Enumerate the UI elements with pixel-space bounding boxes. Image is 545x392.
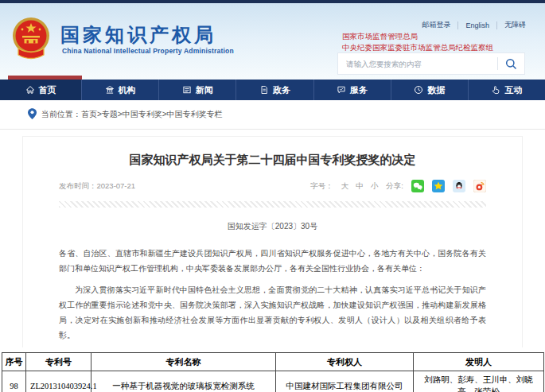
article-paragraph-recipients: 各省、自治区、直辖市和新疆生产建设兵团知识产权局，四川省知识产权服务促进中心，各… <box>59 246 486 276</box>
mail-login-link[interactable]: 邮箱登录 <box>422 20 450 30</box>
weibo-share-icon[interactable] <box>473 180 486 192</box>
article-paragraph-preamble: 为深入贯彻落实习近平新时代中国特色社会主义思想，全面贯彻党的二十大精神，认真落实… <box>59 282 486 343</box>
divider <box>457 21 458 29</box>
home-icon <box>25 85 35 95</box>
breadcrumb: 当前位置：首页>专题>中国专利奖>中国专利奖专栏 <box>0 100 545 130</box>
nav-tab-government-affairs[interactable]: 政务 <box>236 80 313 100</box>
search-icon[interactable] <box>498 58 524 70</box>
nav-tab-organization[interactable]: 机构 <box>82 80 159 100</box>
news-icon <box>182 85 192 95</box>
market-regulation-link[interactable]: 国家市场监督管理总局 <box>342 31 493 42</box>
related-agency-links: 国家市场监督管理总局 中央纪委国家监委驻市场监管总局纪检监察组 <box>342 31 493 53</box>
fontsize-label: 字号： <box>310 181 333 192</box>
cell-patent-number: ZL201310403924.1 <box>26 371 91 392</box>
col-header-patent-number: 专利号 <box>26 353 91 371</box>
site-subtitle-english: China National Intellectual Property Adm… <box>62 47 234 55</box>
article-meta-row: 发布时间：2023-07-21 字号： 大 中 小 分享: <box>59 180 486 192</box>
national-emblem-logo <box>11 16 51 64</box>
fontsize-large-button[interactable]: 大 <box>341 181 349 192</box>
divider <box>496 21 497 29</box>
cell-inventors: 刘路明、彭寿、王川申、刘晓亮、张荣松 <box>414 371 544 392</box>
discipline-inspection-link[interactable]: 中央纪委国家监委驻市场监管总局纪检监察组 <box>342 42 493 53</box>
hatched-divider <box>59 201 486 208</box>
fontsize-small-button[interactable]: 小 <box>371 181 379 192</box>
col-header-inventors: 发明人 <box>414 353 544 371</box>
article-panel: 国家知识产权局关于第二十四届中国专利奖授奖的决定 发布时间：2023-07-21… <box>22 136 523 347</box>
qq-share-icon[interactable] <box>453 180 465 192</box>
article-title: 国家知识产权局关于第二十四届中国专利奖授奖的决定 <box>23 153 522 168</box>
site-header: 国家知识产权局 China National Intellectual Prop… <box>0 3 545 80</box>
nav-tab-services[interactable]: 服务 <box>314 80 391 100</box>
table-header-row: 序号 专利号 专利名称 专利权人 发明人 <box>2 353 544 371</box>
english-link[interactable]: English <box>465 21 489 29</box>
cell-patentee: 中国建材国际工程集团有限公司 <box>276 371 414 392</box>
share-bar: 分享: <box>386 180 486 192</box>
document-number: 国知发运字〔2023〕30号 <box>23 221 522 232</box>
fontsize-medium-button[interactable]: 中 <box>356 181 364 192</box>
active-tab-accent-bar <box>8 76 82 80</box>
qzone-share-icon[interactable] <box>432 180 445 192</box>
accessibility-link[interactable]: 无障碍 <box>504 20 526 30</box>
table-row: 98 ZL201310403924.1 一种基于机器视觉的玻璃板宽检测系统 中国… <box>2 371 544 392</box>
data-icon <box>414 85 423 95</box>
col-header-index: 序号 <box>2 353 26 371</box>
nav-tab-home[interactable]: 首页 <box>0 80 82 100</box>
breadcrumb-text[interactable]: 当前位置：首页>专题>中国专利奖>中国专利奖专栏 <box>41 109 223 120</box>
col-header-patentee: 专利权人 <box>276 353 414 371</box>
cell-index: 98 <box>2 371 26 392</box>
bank-icon <box>105 85 115 95</box>
publish-date: 发布时间：2023-07-21 <box>59 181 135 192</box>
fontsize-controls: 大 中 小 <box>341 181 379 192</box>
service-icon <box>337 85 346 95</box>
cell-patent-name: 一种基于机器视觉的玻璃板宽检测系统 <box>91 371 276 392</box>
main-navigation: 首页 机构 新闻 政务 服务 数据 互动 <box>0 80 545 100</box>
site-title: 国家知识产权局 <box>60 22 216 48</box>
patent-award-table: 序号 专利号 专利名称 专利权人 发明人 98 ZL201310403924.1… <box>2 352 544 392</box>
nav-tab-news[interactable]: 新闻 <box>159 80 236 100</box>
utility-links: 邮箱登录 English 无障碍 <box>422 20 526 30</box>
search-bar <box>337 52 525 75</box>
nav-tab-interaction[interactable]: 互动 <box>469 80 545 100</box>
meta-right-tools: 字号： 大 中 小 分享: <box>310 180 486 192</box>
col-header-patent-name: 专利名称 <box>91 353 276 371</box>
share-label: 分享: <box>386 181 403 192</box>
document-icon <box>259 85 269 95</box>
nav-tab-data[interactable]: 数据 <box>391 80 469 100</box>
wechat-share-icon[interactable] <box>411 180 424 192</box>
location-pin-icon <box>28 108 37 121</box>
interact-icon <box>491 85 500 95</box>
search-input[interactable] <box>338 60 497 68</box>
